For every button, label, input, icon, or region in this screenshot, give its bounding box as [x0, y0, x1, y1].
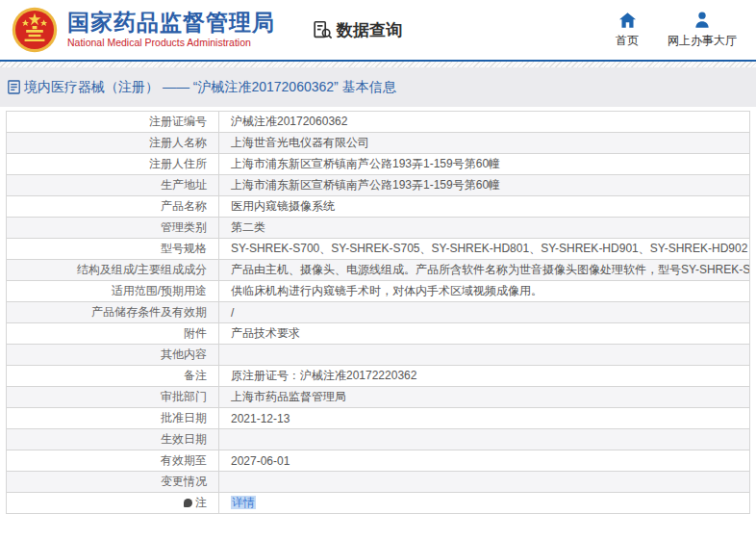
row-value: 沪械注准20172060362: [219, 112, 750, 133]
table-row: 注册证编号沪械注准20172060362: [7, 112, 750, 133]
doc-search-icon: [312, 19, 333, 40]
row-label: 注: [7, 493, 219, 514]
person-icon: [694, 12, 710, 28]
table-row: 审批部门上海市药品监督管理局: [7, 387, 750, 408]
row-label: 管理类别: [7, 218, 219, 239]
row-label: 生效日期: [7, 429, 219, 450]
table-row: 生效日期: [7, 429, 750, 450]
row-label: 批准日期: [7, 408, 219, 429]
row-value: 上海世音光电仪器有限公司: [219, 133, 750, 154]
row-value: [219, 472, 750, 493]
row-label: 注册人名称: [7, 133, 219, 154]
note-pin-icon: [184, 499, 192, 507]
row-value: 上海市浦东新区宣桥镇南芦公路193弄1-159号第60幢: [219, 154, 750, 175]
row-label: 注册人住所: [7, 154, 219, 175]
data-query-label: 数据查询: [337, 19, 402, 41]
breadcrumb-bar: 境内医疗器械（注册） —— “沪械注准20172060362” 基本信息: [0, 67, 756, 107]
nav-service-hall-label: 网上办事大厅: [668, 33, 737, 49]
row-label: 适用范围/预期用途: [7, 281, 219, 302]
row-label: 产品储存条件及有效期: [7, 302, 219, 323]
row-label: 其他内容: [7, 345, 219, 366]
data-query-tab[interactable]: 数据查询: [312, 19, 402, 41]
detail-link[interactable]: 详情: [231, 496, 256, 509]
table-row: 注册人名称上海世音光电仪器有限公司: [7, 133, 750, 154]
breadcrumb: 境内医疗器械（注册） —— “沪械注准20172060362” 基本信息: [8, 79, 396, 96]
row-label: 注册证编号: [7, 112, 219, 133]
row-value: [219, 345, 750, 366]
row-label: 产品名称: [7, 196, 219, 218]
row-label: 型号规格: [7, 239, 219, 260]
row-label: 变更情况: [7, 472, 219, 493]
row-value: 原注册证号：沪械注准20172220362: [219, 366, 750, 387]
row-value: SY-SHREK-S700、SY-SHREK-S705、SY-SHREK-HD8…: [219, 239, 750, 260]
row-value: 医用内窥镜摄像系统: [219, 196, 750, 218]
nav-home-label: 首页: [616, 33, 639, 49]
row-value: [219, 429, 750, 450]
row-value: 2021-12-13: [219, 408, 750, 429]
table-row: 管理类别第二类: [7, 218, 750, 239]
table-row: 其他内容: [7, 345, 750, 366]
row-label: 生产地址: [7, 175, 219, 196]
org-name-en: National Medical Products Administration: [67, 38, 275, 49]
document-icon: [8, 80, 20, 94]
registration-info-table: 注册证编号沪械注准20172060362注册人名称上海世音光电仪器有限公司注册人…: [6, 111, 750, 514]
row-value: 第二类: [219, 218, 750, 239]
table-row: 批准日期2021-12-13: [7, 408, 750, 429]
row-value: 产品由主机、摄像头、电源线组成。产品所含软件名称为世音摄像头图像处理软件，型号S…: [219, 260, 750, 281]
row-value: 2027-06-01: [219, 450, 750, 472]
row-label: 附件: [7, 323, 219, 345]
national-emblem-logo: [12, 7, 58, 53]
row-label: 有效期至: [7, 450, 219, 472]
breadcrumb-text: 境内医疗器械（注册） —— “沪械注准20172060362” 基本信息: [24, 79, 396, 96]
org-name-cn: 国家药品监督管理局: [67, 11, 275, 35]
table-row: 附件产品技术要求: [7, 323, 750, 345]
table-row: 产品储存条件及有效期/: [7, 302, 750, 323]
row-value: 详情: [219, 493, 750, 514]
table-row: 型号规格SY-SHREK-S700、SY-SHREK-S705、SY-SHREK…: [7, 239, 750, 260]
row-label: 结构及组成/主要组成成分: [7, 260, 219, 281]
org-names: 国家药品监督管理局 National Medical Products Admi…: [67, 11, 275, 49]
row-value: 产品技术要求: [219, 323, 750, 345]
table-row: 备注原注册证号：沪械注准20172220362: [7, 366, 750, 387]
table-row: 产品名称医用内窥镜摄像系统: [7, 196, 750, 218]
table-row: 注详情: [7, 493, 750, 514]
nav-service-hall[interactable]: 网上办事大厅: [668, 12, 737, 49]
table-row: 有效期至2027-06-01: [7, 450, 750, 472]
home-icon: [619, 12, 636, 28]
site-header: 国家药品监督管理局 National Medical Products Admi…: [0, 0, 756, 62]
info-table-body: 注册证编号沪械注准20172060362注册人名称上海世音光电仪器有限公司注册人…: [7, 112, 750, 514]
row-value: 上海市药品监督管理局: [219, 387, 750, 408]
nav-home[interactable]: 首页: [616, 12, 639, 49]
table-row: 结构及组成/主要组成成分产品由主机、摄像头、电源线组成。产品所含软件名称为世音摄…: [7, 260, 750, 281]
row-label: 审批部门: [7, 387, 219, 408]
row-label: 备注: [7, 366, 219, 387]
table-row: 适用范围/预期用途供临床机构进行内窥镜手术时，对体内手术区域视频成像用。: [7, 281, 750, 302]
registration-info-table-wrap: 注册证编号沪械注准20172060362注册人名称上海世音光电仪器有限公司注册人…: [6, 111, 750, 514]
row-value: 供临床机构进行内窥镜手术时，对体内手术区域视频成像用。: [219, 281, 750, 302]
header-nav: 首页 网上办事大厅: [616, 12, 743, 49]
table-row: 变更情况: [7, 472, 750, 493]
row-value: /: [219, 302, 750, 323]
table-row: 生产地址上海市浦东新区宣桥镇南芦公路193弄1-159号第60幢: [7, 175, 750, 196]
table-row: 注册人住所上海市浦东新区宣桥镇南芦公路193弄1-159号第60幢: [7, 154, 750, 175]
row-value: 上海市浦东新区宣桥镇南芦公路193弄1-159号第60幢: [219, 175, 750, 196]
